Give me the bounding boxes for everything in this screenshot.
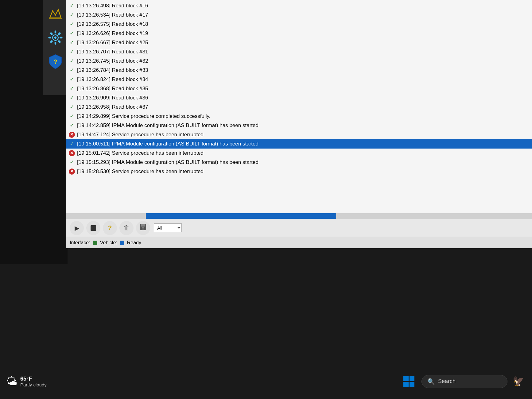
error-icon: ✕ [68, 131, 75, 138]
search-text: Search [438, 378, 456, 385]
log-message: [19:14:29.899] Service procedure complet… [77, 113, 210, 120]
log-message: [19:13:26.667] Read block #25 [77, 39, 148, 46]
check-icon: ✓ [68, 30, 75, 37]
log-item-17[interactable]: ✕[19:15:01.742] Service procedure has be… [66, 149, 532, 158]
log-list: ✓[19:13:26.498] Read block #16✓[19:13:26… [66, 0, 532, 177]
interface-label: Interface: [70, 240, 90, 246]
search-icon: 🔍 [427, 378, 435, 385]
log-item-7[interactable]: ✓[19:13:26.745] Read block #32 [66, 56, 532, 66]
log-item-6[interactable]: ✓[19:13:26.707] Read block #31 [66, 47, 532, 56]
log-message: [19:13:26.824] Read block #34 [77, 76, 148, 83]
log-item-11[interactable]: ✓[19:13:26.909] Read block #36 [66, 93, 532, 103]
sidebar: ? [43, 0, 68, 95]
weather-description: Partly cloudy [20, 382, 47, 387]
log-item-18[interactable]: ✓[19:15:15.293] IPMA Module configuratio… [66, 158, 532, 167]
weather-widget: 🌤 65°F Partly cloudy [6, 375, 47, 388]
log-message: [19:14:42.859] IPMA Module configuration… [77, 122, 258, 129]
log-message: [19:13:26.909] Read block #36 [77, 94, 148, 102]
log-item-5[interactable]: ✓[19:13:26.667] Read block #25 [66, 38, 532, 47]
log-message: [19:13:26.626] Read block #19 [77, 30, 148, 37]
filter-select[interactable]: All Errors Success Info [154, 223, 182, 232]
check-icon: ✓ [68, 48, 75, 55]
svg-rect-14 [141, 224, 145, 227]
svg-point-3 [54, 36, 56, 38]
log-item-8[interactable]: ✓[19:13:26.784] Read block #33 [66, 66, 532, 75]
bird-icon: 🦅 [513, 376, 524, 387]
check-icon: ✓ [68, 104, 75, 110]
play-button[interactable]: ▶ [70, 221, 84, 235]
svg-rect-16 [142, 228, 144, 230]
check-icon: ✓ [68, 39, 75, 46]
status-bar: Interface: Vehicle: Ready [66, 237, 532, 248]
log-message: [19:15:28.530] Service procedure has bee… [77, 168, 204, 175]
svg-rect-8 [54, 42, 56, 45]
log-item-3[interactable]: ✓[19:13:26.575] Read block #18 [66, 20, 532, 29]
check-icon: ✓ [68, 159, 75, 166]
log-message: [19:13:26.745] Read block #32 [77, 57, 148, 65]
svg-marker-1 [48, 18, 62, 19]
svg-rect-4 [54, 30, 56, 33]
svg-rect-7 [58, 40, 61, 43]
log-item-14[interactable]: ✓[19:14:42.859] IPMA Module configuratio… [66, 121, 532, 130]
svg-rect-9 [50, 40, 53, 43]
vehicle-status-dot [120, 241, 124, 245]
log-item-1[interactable]: ✓[19:13:26.498] Read block #16 [66, 1, 532, 10]
stop-button[interactable] [86, 221, 100, 235]
weather-temperature: 65°F [20, 376, 47, 382]
taskbar-right-icon[interactable]: 🦅 [511, 374, 526, 389]
check-icon: ✓ [68, 58, 75, 64]
stop-icon [91, 225, 96, 231]
log-item-9[interactable]: ✓[19:13:26.824] Read block #34 [66, 75, 532, 84]
sidebar-icon-shield[interactable]: ? [45, 51, 66, 72]
error-icon: ✕ [68, 150, 75, 157]
windows-icon [403, 376, 414, 387]
log-message: [19:15:15.293] IPMA Module configuration… [77, 159, 258, 166]
log-item-19[interactable]: ✕[19:15:28.530] Service procedure has be… [66, 167, 532, 176]
save-button[interactable] [136, 221, 150, 235]
trash-icon: 🗑 [123, 224, 130, 231]
scrollbar-thumb[interactable] [146, 213, 336, 219]
sidebar-icon-gear[interactable] [45, 27, 66, 48]
search-bar[interactable]: 🔍 Search [421, 375, 507, 388]
question-button[interactable]: ? [103, 221, 117, 235]
question-icon: ? [108, 224, 112, 231]
check-icon: ✓ [68, 141, 75, 147]
log-message: [19:13:26.575] Read block #18 [77, 21, 148, 28]
log-message: [19:15:00.511] IPMA Module configuration… [77, 140, 258, 148]
play-icon: ▶ [75, 224, 79, 232]
toolbar: ▶ ? 🗑 All Errors Success Info [66, 219, 532, 237]
log-item-10[interactable]: ✓[19:13:26.868] Read block #35 [66, 84, 532, 93]
filter-dropdown[interactable]: All Errors Success Info [154, 223, 182, 232]
log-message: [19:13:26.868] Read block #35 [77, 85, 148, 92]
log-message: [19:13:26.958] Read block #37 [77, 103, 148, 111]
check-icon: ✓ [68, 113, 75, 120]
trash-button[interactable]: 🗑 [119, 221, 134, 235]
vehicle-label: Vehicle: [100, 240, 117, 246]
log-item-2[interactable]: ✓[19:13:26.534] Read block #17 [66, 10, 532, 20]
error-icon: ✕ [68, 168, 75, 175]
svg-rect-10 [48, 37, 51, 38]
log-item-15[interactable]: ✕[19:14:47.124] Service procedure has be… [66, 130, 532, 139]
log-item-13[interactable]: ✓[19:14:29.899] Service procedure comple… [66, 112, 532, 121]
log-message: [19:13:26.784] Read block #33 [77, 67, 148, 74]
weather-text: 65°F Partly cloudy [20, 376, 47, 387]
weather-icon: 🌤 [6, 375, 17, 388]
interface-status-dot [93, 241, 97, 245]
svg-text:?: ? [53, 58, 57, 65]
svg-rect-6 [60, 37, 62, 38]
svg-rect-5 [58, 32, 61, 35]
horizontal-scrollbar[interactable] [66, 213, 532, 219]
log-item-4[interactable]: ✓[19:13:26.626] Read block #19 [66, 29, 532, 38]
check-icon: ✓ [68, 122, 75, 129]
windows-start-button[interactable] [401, 374, 417, 389]
log-item-16[interactable]: ✓[19:15:00.511] IPMA Module configuratio… [66, 139, 532, 149]
sidebar-icon-top[interactable] [45, 3, 66, 24]
log-message: [19:13:26.707] Read block #31 [77, 48, 148, 56]
log-message: [19:15:01.742] Service procedure has bee… [77, 149, 204, 157]
check-icon: ✓ [68, 76, 75, 83]
svg-marker-0 [50, 9, 61, 18]
check-icon: ✓ [68, 2, 75, 9]
log-message: [19:13:26.534] Read block #17 [77, 11, 148, 19]
check-icon: ✓ [68, 12, 75, 18]
log-item-12[interactable]: ✓[19:13:26.958] Read block #37 [66, 103, 532, 112]
